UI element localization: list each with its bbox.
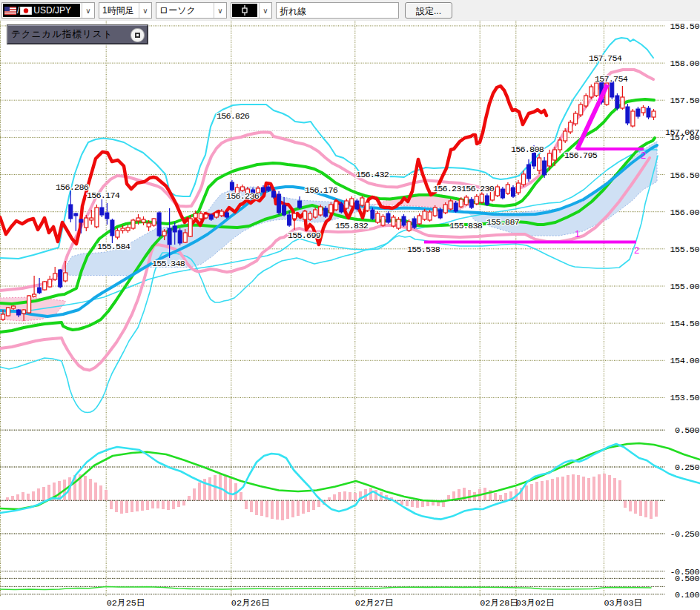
svg-text:156.286: 156.286	[56, 182, 89, 193]
svg-text:157.50: 157.50	[670, 96, 700, 106]
svg-text:02月28日: 02月28日	[480, 598, 518, 609]
svg-text:-0.250: -0.250	[670, 529, 700, 540]
svg-text:02月26日: 02月26日	[231, 598, 270, 609]
svg-text:2: 2	[641, 150, 646, 161]
svg-text:155.832: 155.832	[335, 221, 369, 231]
svg-text:0.100: 0.100	[675, 590, 699, 600]
svg-text:158.50: 158.50	[670, 21, 700, 32]
svg-text:157.754: 157.754	[595, 74, 628, 84]
svg-text:156.230: 156.230	[461, 184, 495, 194]
svg-text:2: 2	[634, 245, 639, 256]
svg-text:155.00: 155.00	[670, 282, 700, 292]
svg-text:155.838: 155.838	[449, 221, 483, 231]
svg-text:155.348: 155.348	[152, 259, 185, 269]
svg-text:153.50: 153.50	[670, 393, 700, 403]
svg-text:0.500: 0.500	[675, 425, 699, 436]
svg-text:154.50: 154.50	[670, 319, 700, 329]
svg-text:03月03日: 03月03日	[604, 598, 643, 609]
svg-text:157.067: 157.067	[665, 127, 699, 138]
svg-text:155.584: 155.584	[97, 242, 131, 252]
svg-text:156.236: 156.236	[226, 191, 260, 202]
svg-text:156.826: 156.826	[217, 111, 250, 122]
svg-text:156.174: 156.174	[87, 190, 120, 201]
svg-text:158.00: 158.00	[670, 59, 700, 69]
svg-text:155.699: 155.699	[288, 231, 321, 241]
svg-text:0.250: 0.250	[675, 463, 699, 473]
svg-text:156.795: 156.795	[564, 150, 598, 161]
svg-text:156.808: 156.808	[511, 145, 544, 155]
svg-text:155.50: 155.50	[670, 245, 700, 255]
svg-text:02月27日: 02月27日	[355, 598, 394, 609]
svg-text:154.00: 154.00	[670, 356, 700, 366]
svg-text:0.500: 0.500	[675, 574, 699, 584]
svg-text:03月02日: 03月02日	[516, 598, 555, 609]
svg-text:155.538: 155.538	[407, 245, 440, 255]
svg-text:156.432: 156.432	[356, 170, 389, 180]
svg-text:02月25日: 02月25日	[107, 598, 145, 609]
svg-text:156.176: 156.176	[305, 185, 338, 196]
svg-text:157.754: 157.754	[589, 53, 622, 64]
svg-text:156.50: 156.50	[670, 170, 700, 181]
svg-text:1: 1	[575, 228, 580, 239]
svg-text:156.00: 156.00	[670, 208, 700, 218]
svg-text:155.887: 155.887	[486, 217, 520, 228]
